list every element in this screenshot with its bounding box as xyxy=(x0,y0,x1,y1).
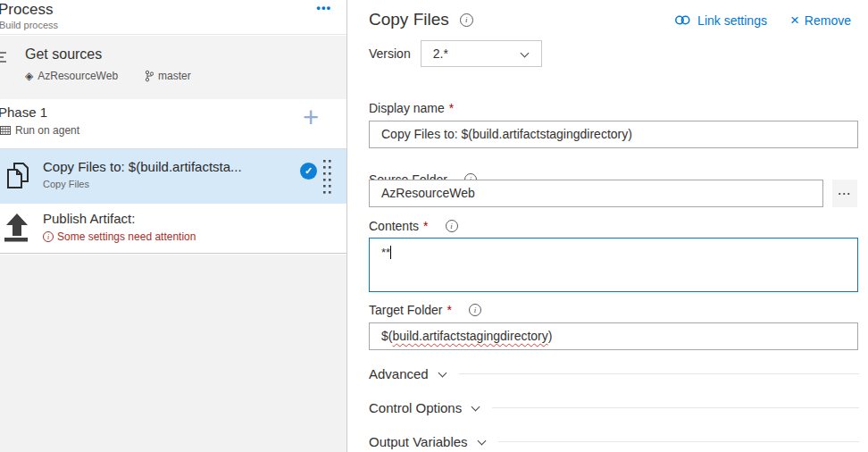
source-folder-input[interactable]: AzResourceWeb xyxy=(369,180,823,207)
remove-button[interactable]: Remove xyxy=(805,13,851,28)
chevron-down-icon xyxy=(438,368,447,377)
process-header: Process Build process ••• xyxy=(0,0,346,35)
agent-icon xyxy=(0,125,11,136)
section-divider xyxy=(498,441,859,442)
section-label: Control Options xyxy=(369,400,462,415)
task-settings-panel: Copy Files i Link settings × Remove Vers… xyxy=(348,0,868,452)
process-title: Process xyxy=(0,1,53,19)
section-advanced[interactable]: Advanced xyxy=(369,366,859,381)
phase-subtitle: Run on agent xyxy=(15,124,79,137)
task-warning: i Some settings need attention xyxy=(43,230,196,243)
publish-artifact-task-icon xyxy=(2,212,32,244)
target-folder-prefix: $( xyxy=(381,329,392,343)
version-label: Version xyxy=(369,46,411,61)
panel-actions: Link settings × Remove xyxy=(674,13,851,28)
contents-label: Contents xyxy=(369,219,419,233)
section-divider xyxy=(492,407,859,408)
copy-files-task-icon xyxy=(4,161,32,191)
drag-handle[interactable] xyxy=(322,159,332,196)
section-divider xyxy=(459,373,859,374)
build-editor: Process Build process ••• Get sources ◈ … xyxy=(0,0,868,452)
git-branch-icon xyxy=(145,70,154,82)
source-folder-value: AzResourceWeb xyxy=(381,186,475,200)
panel-title-row: Copy Files i xyxy=(369,10,473,29)
task-title: Copy Files to: $(build.artifactsta... xyxy=(43,159,242,174)
required-asterisk: * xyxy=(423,219,428,233)
section-label: Output Variables xyxy=(369,434,468,449)
get-sources-meta: ◈ AzResourceWeb master xyxy=(25,70,191,82)
target-folder-suffix: ) xyxy=(548,329,553,343)
repository-icon: ◈ xyxy=(25,70,33,82)
warning-info-icon: i xyxy=(43,231,54,242)
display-name-input[interactable]: Copy Files to: $(build.artifactstagingdi… xyxy=(369,121,858,148)
section-output-variables[interactable]: Output Variables xyxy=(369,434,859,449)
link-icon xyxy=(674,13,691,27)
phase-header[interactable]: Phase 1 Run on agent + xyxy=(0,99,346,149)
required-asterisk: * xyxy=(447,303,451,317)
version-value: 2.* xyxy=(433,46,448,61)
target-folder-input[interactable]: $(build.artifactstagingdirectory) xyxy=(369,322,858,350)
info-icon[interactable]: i xyxy=(446,220,458,232)
chevron-down-icon xyxy=(472,402,480,411)
contents-textarea[interactable]: ** xyxy=(369,238,858,292)
ellipsis-menu-icon[interactable]: ••• xyxy=(316,1,331,14)
repository-name: AzResourceWeb xyxy=(38,70,118,82)
chevron-down-icon xyxy=(477,436,486,445)
add-task-button[interactable]: + xyxy=(303,101,319,134)
task-item-copy-files[interactable]: Copy Files to: $(build.artifactsta... Co… xyxy=(0,149,346,204)
phase-title: Phase 1 xyxy=(0,105,47,120)
info-icon[interactable]: i xyxy=(460,13,473,27)
contents-label-row: Contents * i xyxy=(369,219,458,233)
task-title: Publish Artifact: xyxy=(43,211,135,226)
branch-name: master xyxy=(158,70,191,82)
section-label: Advanced xyxy=(369,366,429,381)
get-sources-title: Get sources xyxy=(25,46,102,63)
sidebar-empty-area xyxy=(0,255,346,452)
section-control-options[interactable]: Control Options xyxy=(369,400,859,415)
chevron-down-icon xyxy=(520,49,529,58)
selected-check-icon: ✓ xyxy=(300,163,317,180)
panel-title: Copy Files xyxy=(369,10,449,29)
contents-value: ** xyxy=(381,246,390,259)
remove-x-icon[interactable]: × xyxy=(790,13,799,28)
text-caret xyxy=(390,246,391,259)
process-subtitle: Build process xyxy=(0,20,58,30)
task-item-publish-artifact[interactable]: Publish Artifact: i Some settings need a… xyxy=(0,204,346,254)
display-name-label: Display name xyxy=(369,101,445,115)
warning-text: Some settings need attention xyxy=(57,230,196,243)
display-name-value: Copy Files to: $(build.artifactstagingdi… xyxy=(381,127,632,141)
get-sources-item[interactable]: Get sources ◈ AzResourceWeb master xyxy=(0,36,346,99)
display-name-label-row: Display name * xyxy=(369,101,454,115)
target-folder-label-row: Target Folder * i xyxy=(369,303,481,317)
version-dropdown[interactable]: 2.* xyxy=(421,40,542,67)
task-subtitle: Copy Files xyxy=(43,179,89,189)
browse-button[interactable]: ··· xyxy=(832,180,857,207)
link-settings-button[interactable]: Link settings xyxy=(697,13,767,28)
target-folder-misspelled-word: build.artifactstagingdirectory xyxy=(392,329,547,343)
branch-chip: master xyxy=(145,70,191,82)
phase-subtitle-row: Run on agent xyxy=(0,124,79,137)
sources-list-icon xyxy=(0,51,9,63)
required-asterisk: * xyxy=(449,101,454,115)
info-icon[interactable]: i xyxy=(469,304,481,316)
version-row: Version 2.* xyxy=(369,40,542,67)
process-sidebar: Process Build process ••• Get sources ◈ … xyxy=(0,0,347,452)
target-folder-label: Target Folder xyxy=(369,303,442,317)
